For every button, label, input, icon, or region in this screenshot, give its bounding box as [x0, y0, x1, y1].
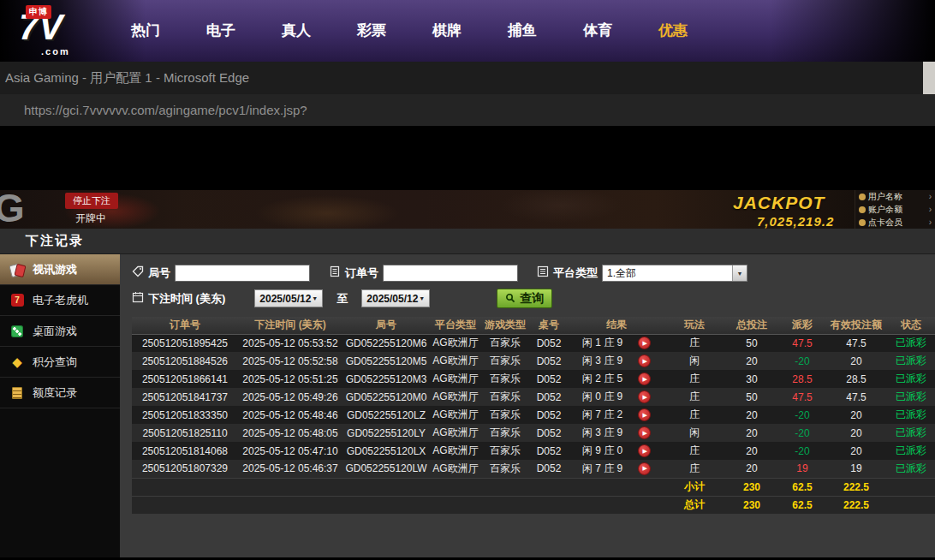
play-video-button[interactable]: ▶ [638, 444, 651, 457]
sidebar-item-桌面游戏[interactable]: 桌面游戏 [0, 316, 120, 347]
total-row-bet: 230 [724, 496, 779, 514]
order-filter-group: 订单号 [329, 265, 518, 282]
user-info-label: 用户名称 [868, 191, 902, 203]
dealing-status-text: 开牌中 [75, 211, 106, 226]
date-to-select[interactable]: 2025/05/12 ▼ [361, 289, 430, 307]
sidebar-item-label: 视讯游戏 [33, 262, 77, 277]
status-cell: 已派彩 [887, 406, 935, 424]
game-cell: 百家乐 [481, 442, 529, 460]
play-video-button[interactable]: ▶ [638, 426, 651, 439]
nav-item-棋牌[interactable]: 棋牌 [409, 0, 485, 62]
doc-icon [9, 385, 26, 401]
result-text: 闲 7 庄 2 [582, 408, 622, 422]
bet-cell: 50 [724, 334, 779, 352]
window-control-area[interactable] [923, 62, 935, 94]
play-type-cell: 闲 [664, 424, 724, 442]
time-cell: 2025-05-12 05:52:58 [238, 352, 342, 370]
order-cell: 250512051825110 [132, 424, 238, 442]
game-cell: 百家乐 [481, 334, 529, 352]
bet-cell: 20 [724, 352, 779, 370]
date-from-value: 2025/05/12 [259, 293, 311, 305]
play-video-button[interactable]: ▶ [638, 408, 651, 421]
platform-cell: AG欧洲厅 [430, 406, 481, 424]
user-info-row[interactable]: 点卡会员› [855, 216, 935, 229]
total-row: 总计23062.5222.5 [132, 496, 935, 514]
dice-icon [9, 324, 26, 339]
table-row: 2505120518417372025-05-12 05:49:26GD0522… [132, 388, 935, 406]
date-to-value: 2025/05/12 [366, 293, 418, 305]
order-cell: 250512051807329 [132, 460, 238, 478]
sidebar-item-积分查询[interactable]: ◆积分查询 [0, 347, 120, 378]
panel-title: 下注记录 [26, 233, 84, 249]
result-text: 闲 2 庄 5 [582, 372, 622, 386]
play-video-button[interactable]: ▶ [638, 462, 651, 475]
logo-badge: 申博 [26, 5, 51, 19]
sidebar-item-视讯游戏[interactable]: 视讯游戏 [0, 254, 120, 285]
result-cell: 闲 7 庄 9▶ [569, 460, 664, 478]
result-wrap: 闲 9 庄 0▶ [569, 444, 664, 458]
column-header: 订单号 [132, 317, 238, 334]
result-wrap: 闲 3 庄 9▶ [569, 426, 664, 440]
chevron-right-icon: › [929, 217, 932, 227]
table-row: 2505120518251102025-05-12 05:48:05GD0522… [132, 424, 935, 442]
subtotal-row-valid: 222.5 [825, 478, 887, 496]
round-cell: GD052255120LW [342, 460, 430, 478]
round-input[interactable] [175, 265, 310, 282]
play-type-cell: 庄 [664, 406, 724, 424]
play-video-button[interactable]: ▶ [638, 390, 651, 403]
round-cell: GD052255120LX [342, 442, 430, 460]
date-from-select[interactable]: 2025/05/12 ▼ [254, 289, 323, 307]
panel-body: 视讯游戏7电子老虎机桌面游戏◆积分查询额度记录 局号 [0, 254, 935, 557]
user-info-row[interactable]: 账户余额› [855, 203, 935, 216]
column-header: 总投注 [724, 317, 779, 334]
platform-label: 平台类型 [553, 265, 598, 281]
table-row: 2505120518661412025-05-12 05:51:25GD0522… [132, 370, 935, 388]
cards-icon [9, 262, 26, 277]
order-label: 订单号 [345, 265, 378, 281]
platform-cell: AG欧洲厅 [430, 388, 481, 406]
top-nav: 申博 7V .com 热门电子真人彩票棋牌捕鱼体育优惠 [0, 0, 935, 62]
play-video-button[interactable]: ▶ [638, 337, 651, 349]
column-header: 局号 [342, 317, 430, 334]
casino-banner: G 停止下注 开牌中 JACKPOT 7,025,219.2 用户名称›账户余额… [0, 190, 935, 229]
platform-select[interactable]: 1.全部 ▼ [602, 265, 747, 282]
result-cell: 闲 9 庄 0▶ [569, 442, 664, 460]
user-info-row[interactable]: 用户名称› [855, 190, 935, 203]
nav-item-热门[interactable]: 热门 [108, 0, 183, 62]
browser-urlbar[interactable]: https://gci.7vvvvvv.com/agingame/pcv1/in… [0, 94, 935, 128]
subtotal-row: 小计23062.5222.5 [132, 478, 935, 496]
url-text[interactable]: https://gci.7vvvvvv.com/agingame/pcv1/in… [24, 103, 307, 117]
total-row-payout: 62.5 [779, 496, 825, 514]
table-row: 2505120518954252025-05-12 05:53:52GD0522… [132, 334, 935, 352]
ag-logo-letter: G [0, 190, 25, 229]
payout-cell: -20 [779, 352, 825, 370]
payout-cell: 19 [779, 460, 825, 478]
result-cell: 闲 0 庄 9▶ [569, 388, 664, 406]
jackpot-value: 7,025,219.2 [757, 214, 834, 229]
order-input[interactable] [383, 265, 518, 282]
order-cell: 250512051866141 [132, 370, 238, 388]
play-type-cell: 庄 [664, 334, 724, 352]
column-header: 玩法 [664, 317, 724, 334]
round-label: 局号 [148, 265, 170, 281]
nav-item-优惠[interactable]: 优惠 [635, 0, 711, 62]
sidebar-item-额度记录[interactable]: 额度记录 [0, 378, 120, 408]
nav-item-捕鱼[interactable]: 捕鱼 [485, 0, 560, 62]
platform-cell: AG欧洲厅 [430, 334, 481, 352]
play-video-button[interactable]: ▶ [638, 372, 651, 385]
status-cell: 已派彩 [887, 442, 935, 460]
nav-item-体育[interactable]: 体育 [560, 0, 635, 62]
nav-item-彩票[interactable]: 彩票 [334, 0, 409, 62]
sidebar-item-电子老虎机[interactable]: 7电子老虎机 [0, 285, 120, 316]
table-row: 2505120518140682025-05-12 05:47:10GD0522… [132, 442, 935, 460]
nav-item-电子[interactable]: 电子 [183, 0, 259, 62]
result-wrap: 闲 1 庄 9▶ [569, 336, 664, 350]
site-logo[interactable]: 申博 7V .com [0, 0, 96, 62]
play-video-button[interactable]: ▶ [638, 354, 651, 367]
nav-item-真人[interactable]: 真人 [259, 0, 334, 62]
search-button[interactable]: 查询 [497, 289, 552, 308]
time-cell: 2025-05-12 05:51:25 [238, 370, 342, 388]
order-cell: 250512051895425 [132, 334, 238, 352]
user-info-icon [859, 219, 866, 226]
time-cell: 2025-05-12 05:46:37 [238, 460, 342, 478]
